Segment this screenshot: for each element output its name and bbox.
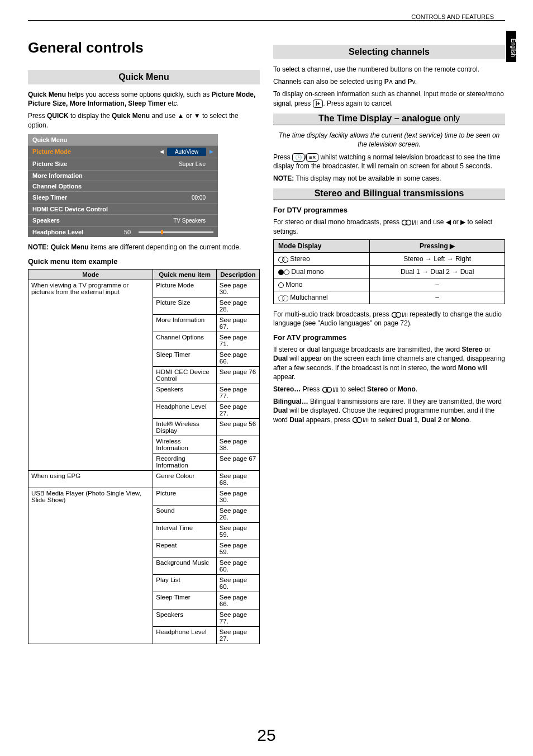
dtv-p2: For multi-audio track broadcasts, press … xyxy=(273,310,505,328)
t: or xyxy=(451,218,460,226)
right-arrow-icon xyxy=(460,218,465,226)
t: – xyxy=(370,291,505,304)
atv-p1: If stereo or dual language broadcasts ar… xyxy=(273,345,505,381)
item-cell: Repeat xyxy=(153,540,217,557)
desc-cell: See page 67. xyxy=(216,314,259,332)
th-pressing: Pressing xyxy=(370,239,505,252)
t: Mono xyxy=(451,416,469,424)
t: analogue xyxy=(402,114,441,123)
info-button-icon: i+ xyxy=(313,100,323,108)
sel-p3: To display on-screen information such as… xyxy=(273,89,505,108)
osd-label: Picture Size xyxy=(32,160,67,167)
svg-text:I/II: I/II xyxy=(402,312,408,318)
item-cell: Background Music xyxy=(153,557,217,574)
t: or xyxy=(441,416,451,424)
desc-cell: See page 27. xyxy=(216,401,259,418)
osd-slider: 50 xyxy=(124,229,213,235)
chevron-down-icon: v xyxy=(412,78,415,86)
dtv-p1: For stereo or dual mono broadcasts, pres… xyxy=(273,218,505,235)
item-cell: Recording Information xyxy=(153,453,217,470)
item-cell: Sleep Timer xyxy=(153,349,217,366)
table-row: When using EPGGenre ColourSee page 68. xyxy=(28,470,260,488)
item-cell: Interval Time xyxy=(153,522,217,540)
osd-title: Quick Menu xyxy=(28,134,218,145)
sel-p2: Channels can also be selected using Pʌ a… xyxy=(273,77,505,86)
desc-cell: See page 30. xyxy=(216,488,259,505)
osd-value: AutoView xyxy=(167,148,206,156)
right-column: Selecting channels To select a channel, … xyxy=(273,39,505,644)
osd-row-channel-options: Channel Options xyxy=(28,181,218,191)
t: P xyxy=(384,78,389,86)
t: only xyxy=(441,114,460,123)
t: Stereo xyxy=(462,346,483,353)
desc-cell: See page 56 xyxy=(216,418,259,436)
desc-cell: See page 59. xyxy=(216,540,259,557)
t: Press xyxy=(28,112,47,120)
t: items are different depending on the cur… xyxy=(89,243,241,251)
stereo-mono-button-icon: I/II xyxy=(352,417,369,423)
desc-cell: See page 66. xyxy=(216,592,259,609)
osd-label: Headphone Level xyxy=(32,229,83,235)
qm-text-1: helps you access some options quickly, s… xyxy=(66,91,212,98)
quick-menu-items-table: Mode Quick menu item Description When vi… xyxy=(28,269,260,644)
mono-icon xyxy=(278,282,284,288)
osd-row-picture-size: Picture Size Super Live xyxy=(28,158,218,170)
quick-menu-press: Press QUICK to display the Quick Menu an… xyxy=(28,111,260,129)
item-cell: Play List xyxy=(153,574,217,592)
osd-row-sleep-timer: Sleep Timer 00:00 xyxy=(28,191,218,204)
dual-mono-icon xyxy=(284,270,289,275)
item-cell: Picture Mode xyxy=(153,280,217,297)
slider-thumb-icon xyxy=(161,230,163,234)
t: For multi-audio track broadcasts, press xyxy=(273,310,391,318)
left-arrow-icon xyxy=(446,218,451,226)
stereo-icon xyxy=(278,257,288,262)
t: Dual 1 → Dual 2 → Dual xyxy=(370,265,505,278)
item-cell: Picture xyxy=(153,488,217,505)
dual-mono-icon xyxy=(278,270,284,275)
table-row: Mono – xyxy=(274,278,505,291)
osd-label: Channel Options xyxy=(32,183,82,190)
item-cell: HDMI CEC Device Control xyxy=(153,366,217,384)
section-time-display: The Time Display – analogue only xyxy=(273,114,505,125)
svg-point-10 xyxy=(357,418,362,423)
t: or xyxy=(483,346,491,353)
osd-label: Picture Mode xyxy=(32,148,71,155)
th-item: Quick menu item xyxy=(153,269,217,280)
dtv-heading: For DTV programmes xyxy=(273,206,505,214)
section-stereo-bilingual: Stereo and Bilingual transmissions xyxy=(273,188,505,200)
table-row: Dual mono Dual 1 → Dual 2 → Dual xyxy=(274,265,505,278)
item-cell: Headphone Level xyxy=(153,626,217,644)
item-cell: Speakers xyxy=(153,384,217,401)
osd-label: More Information xyxy=(32,172,83,179)
osd-value: 50 xyxy=(124,229,135,235)
time-p1: Press 🕒/≡× whilst watching a normal tele… xyxy=(273,153,505,171)
desc-cell: See page 60. xyxy=(216,574,259,592)
stereo-mono-button-icon: I/II xyxy=(401,219,418,226)
t: to select xyxy=(369,416,397,424)
time-note: NOTE: This display may not be available … xyxy=(273,174,505,183)
mode-cell: USB Media Player (Photo Single View, Sli… xyxy=(28,488,153,644)
osd-label: Speakers xyxy=(32,217,60,224)
table-header-row: Mode Display Pressing xyxy=(274,239,505,252)
item-cell: Wireless Information xyxy=(153,436,217,453)
t: For stereo or dual mono broadcasts, pres… xyxy=(273,218,401,226)
item-cell: Channel Options xyxy=(153,332,217,349)
section-quick-menu: Quick Menu xyxy=(28,70,260,84)
stereo-mono-button-icon: I/II xyxy=(322,386,339,393)
svg-point-1 xyxy=(406,220,411,225)
qm-text-2: etc. xyxy=(166,100,179,107)
th-desc: Description xyxy=(216,269,259,280)
language-tab: English xyxy=(506,31,516,62)
down-arrow-icon xyxy=(194,112,201,120)
t: Pressing xyxy=(420,242,448,250)
t: Mono xyxy=(458,364,476,372)
t: Bilingual transmissions are rare. If the… xyxy=(308,398,502,405)
t: and xyxy=(393,78,408,86)
osd-row-picture-mode: Picture Mode ◀ AutoView ▶ xyxy=(28,145,218,158)
t: Dual xyxy=(273,355,288,362)
page-title: General controls xyxy=(28,39,260,56)
qm-bold-1: Quick Menu xyxy=(28,91,66,98)
t: Bilingual… xyxy=(273,398,308,405)
desc-cell: See page 59. xyxy=(216,522,259,540)
th-mode-display: Mode Display xyxy=(274,239,370,252)
